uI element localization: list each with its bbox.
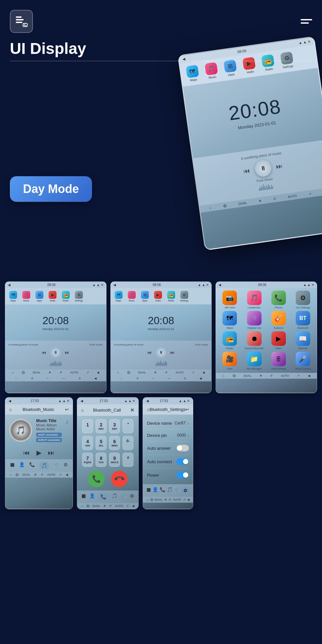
card-nav-radio-1[interactable]: 📻 Radio xyxy=(60,290,72,303)
bottom-rotate[interactable]: ↺ xyxy=(273,197,276,201)
card-nav-apps-2[interactable]: ⊞ Apps xyxy=(139,290,151,303)
card-nav-radio-2[interactable]: 📻 Radio xyxy=(165,290,177,303)
card-nav-vedio-1[interactable]: ▶ Vedio xyxy=(47,290,58,303)
app-kuwooo[interactable]: 🎸 Kuwooo xyxy=(267,311,290,329)
btm1-pwr[interactable]: ⏻ xyxy=(15,473,18,476)
key-8[interactable]: 8TUV xyxy=(96,453,106,467)
key-3[interactable]: 3DEF xyxy=(109,419,120,433)
c1-arr[interactable]: ↗ xyxy=(86,371,89,374)
bts-icon-grid[interactable]: ▦ xyxy=(147,487,151,494)
card-nav-music-1[interactable]: 🎵 Music xyxy=(20,290,32,303)
bottom-arrow-up[interactable]: ↗ xyxy=(308,192,311,196)
c2-rot[interactable]: ↺ xyxy=(165,371,168,374)
card-play-2[interactable]: ⏸ xyxy=(156,347,166,358)
btm2-home[interactable]: ⌂ xyxy=(81,504,83,508)
hamburger-menu[interactable] xyxy=(301,19,312,24)
card-prev-2[interactable]: ⏮ xyxy=(147,350,152,355)
btc-icon-circle[interactable]: ⊙ xyxy=(130,493,134,500)
bt-settings-home-icon[interactable]: ⌂ xyxy=(147,407,150,412)
app-phone[interactable]: 📞 Phone xyxy=(267,291,290,309)
card-nav-settings-2[interactable]: ⚙ Settings xyxy=(178,290,190,303)
app-bluetooth[interactable]: BT Bluetooth xyxy=(292,311,314,329)
card-prev-1[interactable]: ⏮ xyxy=(42,350,46,355)
card-nav-vedio-2[interactable]: ▶ Vedio xyxy=(152,290,164,303)
bt-settings-close[interactable]: ↩ xyxy=(185,407,189,412)
bt-icon-grid[interactable]: ▦ xyxy=(10,462,14,469)
bts-icon-user[interactable]: 👤 xyxy=(152,487,158,494)
app-soundrecorder[interactable]: ⏺ Sound Recorder xyxy=(243,331,265,350)
app-360view[interactable]: 📷 360 view xyxy=(218,291,241,309)
card-back-2[interactable]: ◀ xyxy=(113,283,116,287)
btm2-pwr[interactable]: ⏻ xyxy=(86,504,89,508)
card-back-1[interactable]: ◀ xyxy=(8,283,11,287)
c1-back[interactable]: ← xyxy=(15,377,18,380)
app-filemanager[interactable]: 📁 File Manager xyxy=(243,352,265,370)
bt-icon-circle[interactable]: ⊙ xyxy=(64,462,68,469)
bt-call-back[interactable]: ◀ xyxy=(80,399,83,403)
prev-icon[interactable]: ⏮ xyxy=(243,166,251,175)
c2-home[interactable]: ⌂ xyxy=(117,371,119,374)
app-originalcar[interactable]: 👾 Original Car xyxy=(243,311,265,329)
bt-icon-music[interactable]: 🎵 xyxy=(39,462,49,469)
bts-icon-music[interactable]: 🎵 xyxy=(167,487,172,494)
c2-snow[interactable]: ❄ xyxy=(154,371,157,374)
key-5[interactable]: 5JKL xyxy=(96,436,106,450)
c1-slider[interactable]: — xyxy=(62,377,65,380)
auto-connect-toggle[interactable] xyxy=(176,458,189,465)
btm1-arr[interactable]: ↗ xyxy=(59,473,62,476)
key-9[interactable]: 9WXYZ xyxy=(109,453,120,467)
app-carsettings[interactable]: ⚙ Car Settings xyxy=(292,291,314,309)
card-next-1[interactable]: ⏭ xyxy=(65,350,69,355)
btc-icon-clip[interactable]: 📎 xyxy=(121,493,126,500)
c1-vol[interactable]: ◀ xyxy=(97,371,99,374)
bt-music-home-icon[interactable]: ⌂ xyxy=(9,407,12,412)
btm3-arr[interactable]: ↗ xyxy=(183,498,186,501)
btm3-pwr[interactable]: ⏻ xyxy=(150,498,153,501)
app-avin[interactable]: 🎥 Avin xyxy=(218,352,241,370)
c3-home[interactable]: ⌂ xyxy=(223,374,224,377)
bt-prev[interactable]: ⏮ xyxy=(23,449,30,457)
card-nav-maps-2[interactable]: 🗺 Maps xyxy=(113,290,125,303)
app-radio[interactable]: 📻 Radio xyxy=(218,331,241,350)
device-pin-arrow[interactable]: › xyxy=(188,433,189,438)
call-answer-button[interactable]: 📞 xyxy=(88,471,104,487)
c2-speaker[interactable]: ◀ xyxy=(199,377,202,380)
power-toggle[interactable] xyxy=(176,472,189,478)
btc-icon-phone[interactable]: 📞 xyxy=(99,493,108,500)
card-nav-apps-1[interactable]: ⊞ Apps xyxy=(34,290,45,303)
c1-speaker[interactable]: ◀ xyxy=(94,377,97,380)
bt-icon-user[interactable]: 👤 xyxy=(19,462,25,469)
call-hangup-button[interactable]: 📞 xyxy=(108,467,131,491)
c2-slider[interactable]: — xyxy=(168,377,171,380)
bt-music-back[interactable]: ◀ xyxy=(9,399,11,403)
btc-icon-music[interactable]: 🎵 xyxy=(112,493,117,500)
play-pause-button[interactable]: ⏸ xyxy=(254,159,272,178)
btm1-vol[interactable]: ◀ xyxy=(66,473,68,476)
bottom-snow[interactable]: ❄ xyxy=(259,199,262,203)
bt-music-close[interactable]: ↩ xyxy=(65,407,69,412)
next-icon[interactable]: ⏭ xyxy=(276,162,283,171)
c1-snow[interactable]: ❄ xyxy=(49,371,51,374)
btm1-snow[interactable]: ❄ xyxy=(34,473,37,476)
app-localmusic[interactable]: 🎵 Localmusic xyxy=(243,291,265,309)
btm2-arr[interactable]: ↗ xyxy=(126,504,129,508)
c2-pwr[interactable]: ⏻ xyxy=(127,371,130,374)
key-6[interactable]: 6MNO xyxy=(109,436,120,450)
bt-settings-back[interactable]: ◀ xyxy=(146,399,149,403)
bt-icon-phone[interactable]: 📞 xyxy=(29,462,35,469)
card-nav-music-2[interactable]: 🎵 Music xyxy=(126,290,138,303)
btm1-home[interactable]: ⌂ xyxy=(10,473,12,476)
key-star[interactable]: * xyxy=(123,419,133,433)
card-nav-settings-1[interactable]: ⚙ Settings xyxy=(73,290,85,303)
btm1-rot[interactable]: ↺ xyxy=(41,473,43,476)
auto-answer-toggle[interactable] xyxy=(176,445,189,451)
app-voicecontrol[interactable]: 🎤 Voice Control xyxy=(292,352,314,370)
key-7[interactable]: 7PQRS xyxy=(82,453,93,467)
btm3-snow[interactable]: ❄ xyxy=(164,498,167,501)
bt-call-close[interactable]: ✕ xyxy=(130,407,134,413)
c2-arr[interactable]: ↗ xyxy=(192,371,195,374)
key-2[interactable]: 2ABC xyxy=(96,419,106,433)
key-0dash[interactable]: 0- xyxy=(123,436,133,450)
btm3-rot[interactable]: ↺ xyxy=(169,498,171,501)
c3-pwr[interactable]: ⏻ xyxy=(233,374,236,377)
